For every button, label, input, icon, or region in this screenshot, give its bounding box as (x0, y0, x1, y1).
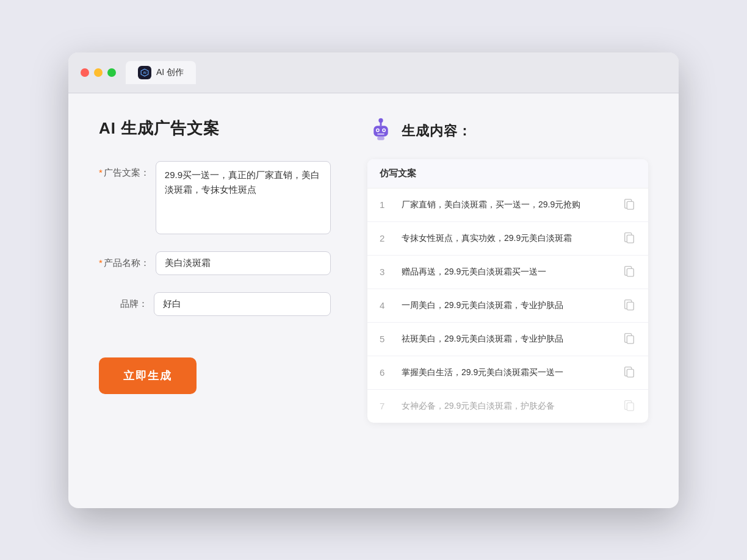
svg-rect-4 (374, 126, 388, 137)
svg-rect-17 (627, 403, 633, 411)
ad-copy-group: *广告文案： 29.9买一送一，真正的厂家直销，美白淡斑霜，专抹女性斑点 (99, 161, 331, 234)
svg-rect-15 (627, 336, 633, 343)
svg-rect-13 (627, 268, 633, 276)
copy-icon[interactable] (622, 298, 636, 314)
traffic-lights (81, 68, 116, 77)
generate-button[interactable]: 立即生成 (99, 357, 197, 394)
copy-icon[interactable] (622, 197, 636, 213)
titlebar: AI AI 创作 (68, 52, 679, 93)
row-text: 祛斑美白，29.9元美白淡斑霜，专业护肤品 (402, 332, 613, 345)
close-button[interactable] (81, 68, 89, 77)
svg-point-2 (378, 118, 383, 122)
row-number: 2 (380, 233, 392, 243)
tab-label: AI 创作 (156, 67, 184, 78)
svg-rect-12 (627, 235, 633, 243)
minimize-button[interactable] (94, 68, 103, 77)
svg-rect-3 (380, 122, 382, 126)
ad-copy-input[interactable]: 29.9买一送一，真正的厂家直销，美白淡斑霜，专抹女性斑点 (156, 161, 331, 234)
page-title: AI 生成广告文案 (99, 118, 331, 139)
row-number: 1 (380, 199, 392, 210)
copy-icon[interactable] (622, 264, 636, 280)
row-number: 3 (380, 267, 392, 277)
row-text: 一周美白，29.9元美白淡斑霜，专业护肤品 (402, 299, 613, 312)
copy-icon[interactable] (622, 231, 636, 246)
svg-rect-16 (627, 369, 633, 377)
row-text: 女神必备，29.9元美白淡斑霜，护肤必备 (402, 400, 613, 412)
row-text: 赠品再送，29.9元美白淡斑霜买一送一 (402, 265, 613, 278)
table-row: 6掌握美白生活，29.9元美白淡斑霜买一送一 (367, 356, 648, 390)
table-row: 3赠品再送，29.9元美白淡斑霜买一送一 (367, 256, 648, 289)
table-rows-container: 1厂家直销，美白淡斑霜，买一送一，29.9元抢购 2专抹女性斑点，真实功效，29… (367, 188, 648, 423)
svg-rect-11 (627, 201, 633, 209)
robot-icon (367, 118, 394, 145)
product-name-group: *产品名称： (99, 251, 331, 275)
svg-text:AI: AI (143, 71, 146, 74)
maximize-button[interactable] (107, 68, 116, 77)
svg-point-7 (377, 129, 378, 131)
copy-icon[interactable] (622, 365, 636, 381)
svg-rect-10 (377, 136, 384, 140)
ad-copy-label: *广告文案： (99, 161, 150, 179)
brand-group: 品牌： (99, 292, 331, 316)
table-header: 仿写文案 (367, 159, 648, 188)
row-text: 掌握美白生活，29.9元美白淡斑霜买一送一 (402, 366, 613, 379)
main-content: AI 生成广告文案 *广告文案： 29.9买一送一，真正的厂家直销，美白淡斑霜，… (68, 93, 679, 508)
result-table: 仿写文案 1厂家直销，美白淡斑霜，买一送一，29.9元抢购 2专抹女性斑点，真实… (367, 159, 648, 423)
brand-label: 品牌： (99, 292, 148, 310)
row-text: 厂家直销，美白淡斑霜，买一送一，29.9元抢购 (402, 198, 613, 211)
row-text: 专抹女性斑点，真实功效，29.9元美白淡斑霜 (402, 232, 613, 245)
copy-icon[interactable] (622, 398, 636, 414)
table-row: 4一周美白，29.9元美白淡斑霜，专业护肤品 (367, 289, 648, 323)
result-title: 生成内容： (402, 122, 472, 140)
row-number: 7 (380, 401, 392, 411)
ai-tab[interactable]: AI AI 创作 (126, 61, 196, 84)
browser-window: AI AI 创作 AI 生成广告文案 *广告文案： 29.9买一送一，真正的厂家… (68, 52, 679, 508)
product-name-input[interactable] (156, 251, 331, 275)
right-panel: 生成内容： 仿写文案 1厂家直销，美白淡斑霜，买一送一，29.9元抢购 2专抹女… (367, 118, 648, 484)
left-panel: AI 生成广告文案 *广告文案： 29.9买一送一，真正的厂家直销，美白淡斑霜，… (99, 118, 331, 484)
copy-icon[interactable] (622, 331, 636, 347)
table-row: 2专抹女性斑点，真实功效，29.9元美白淡斑霜 (367, 222, 648, 256)
table-row: 1厂家直销，美白淡斑霜，买一送一，29.9元抢购 (367, 188, 648, 222)
table-row: 5祛斑美白，29.9元美白淡斑霜，专业护肤品 (367, 323, 648, 356)
svg-rect-14 (627, 302, 633, 310)
required-star-1: * (99, 167, 103, 178)
row-number: 6 (380, 367, 392, 378)
result-header: 生成内容： (367, 118, 648, 145)
row-number: 4 (380, 300, 392, 311)
svg-rect-9 (377, 133, 384, 134)
product-name-label: *产品名称： (99, 251, 150, 269)
svg-point-8 (383, 129, 385, 131)
brand-input[interactable] (154, 292, 331, 316)
ai-tab-icon: AI (138, 66, 151, 79)
table-row: 7女神必备，29.9元美白淡斑霜，护肤必备 (367, 390, 648, 423)
row-number: 5 (380, 334, 392, 344)
required-star-2: * (99, 257, 103, 268)
